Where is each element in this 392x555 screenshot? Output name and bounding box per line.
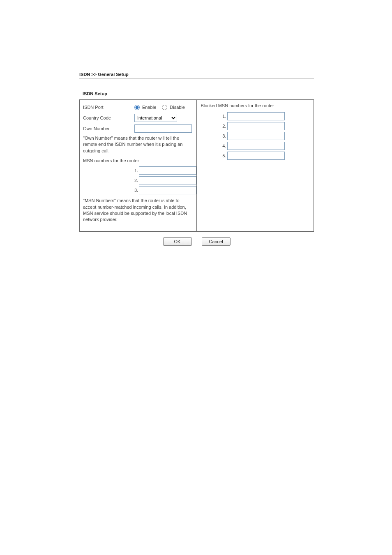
- blocked-input-3[interactable]: [227, 132, 285, 140]
- ok-button[interactable]: OK: [163, 237, 192, 246]
- msn-index-1: 1.: [134, 168, 139, 173]
- section-title: ISDN Setup: [79, 91, 314, 96]
- blocked-msn-label: Blocked MSN numbers for the router: [200, 103, 311, 108]
- breadcrumb: ISDN >> General Setup: [79, 72, 314, 79]
- isdn-port-enable-radio[interactable]: [134, 105, 140, 110]
- country-code-select[interactable]: International: [134, 114, 177, 122]
- isdn-port-row: ISDN Port Enable Disable: [83, 103, 193, 111]
- blocked-row-5: 5.: [200, 152, 311, 160]
- msn-input-2[interactable]: [139, 176, 196, 184]
- blocked-index-1: 1.: [200, 114, 227, 119]
- blocked-input-4[interactable]: [227, 142, 285, 150]
- blocked-index-5: 5.: [200, 153, 227, 158]
- msn-input-1[interactable]: [139, 166, 196, 175]
- enable-radio-label: Enable: [142, 105, 156, 110]
- country-code-row: Country Code International: [83, 114, 193, 122]
- msn-row-3: 3.: [134, 186, 193, 194]
- cancel-button[interactable]: Cancel: [202, 237, 231, 246]
- msn-msg: "MSN Numbers" means that the router is a…: [83, 198, 193, 223]
- blocked-index-2: 2.: [200, 124, 227, 129]
- country-code-label: Country Code: [83, 115, 134, 120]
- button-row: OK Cancel: [79, 237, 314, 246]
- own-number-row: Own Number: [83, 124, 193, 133]
- blocked-row-2: 2.: [200, 122, 311, 130]
- blocked-row-1: 1.: [200, 112, 311, 120]
- isdn-setup-box: ISDN Port Enable Disable Country Code In…: [79, 99, 314, 232]
- msn-row-2: 2.: [134, 176, 193, 184]
- right-column: Blocked MSN numbers for the router 1. 2.…: [197, 100, 314, 231]
- blocked-input-1[interactable]: [227, 112, 285, 120]
- blocked-input-5[interactable]: [227, 152, 285, 160]
- blocked-index-4: 4.: [200, 143, 227, 148]
- msn-row-1: 1.: [134, 166, 193, 175]
- isdn-port-label: ISDN Port: [83, 105, 134, 110]
- own-number-input[interactable]: [134, 124, 192, 133]
- left-column: ISDN Port Enable Disable Country Code In…: [80, 100, 197, 231]
- blocked-index-3: 3.: [200, 134, 227, 138]
- disable-radio-label: Disable: [170, 105, 185, 110]
- msn-index-2: 2.: [134, 178, 139, 183]
- own-number-label: Own Number: [83, 126, 134, 131]
- blocked-row-4: 4.: [200, 142, 311, 150]
- blocked-input-2[interactable]: [227, 122, 285, 130]
- own-number-msg: "Own Number" means that the router will …: [83, 135, 193, 154]
- blocked-row-3: 3.: [200, 132, 311, 140]
- msn-input-3[interactable]: [139, 186, 196, 194]
- msn-index-3: 3.: [134, 188, 139, 193]
- isdn-port-disable-radio[interactable]: [162, 105, 167, 110]
- msn-numbers-label: MSN numbers for the router: [83, 158, 193, 163]
